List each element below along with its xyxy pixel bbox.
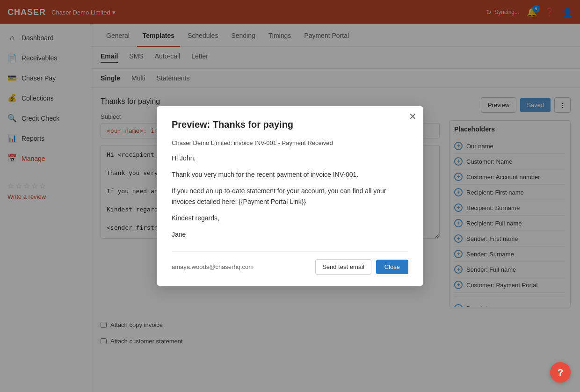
modal-body-line-3: Kindest regards,	[172, 213, 408, 224]
modal-greeting: Hi John,	[172, 153, 408, 164]
modal-close-button[interactable]: ✕	[409, 112, 417, 121]
modal-close-btn[interactable]: Close	[376, 260, 408, 274]
send-test-email-button[interactable]: Send test email	[315, 259, 371, 275]
footer-email: amaya.woods@chaserhq.com	[172, 263, 254, 270]
help-bubble-label: ?	[558, 367, 563, 378]
help-bubble[interactable]: ?	[550, 362, 571, 383]
modal-email-from: Chaser Demo Limited: invoice INV-001 - P…	[172, 139, 408, 146]
modal-title: Preview: Thanks for paying	[172, 119, 408, 130]
modal-body-line-4: Jane	[172, 229, 408, 240]
modal-body-line-2: If you need an up-to-date statement for …	[172, 186, 408, 207]
modal-overlay[interactable]: ✕ Preview: Thanks for paying Chaser Demo…	[0, 0, 580, 392]
modal-body-line-1: Thank you very much for the recent payme…	[172, 169, 408, 180]
modal-body: Hi John, Thank you very much for the rec…	[172, 153, 408, 240]
preview-modal: ✕ Preview: Thanks for paying Chaser Demo…	[157, 106, 423, 286]
modal-footer: amaya.woods@chaserhq.com Send test email…	[172, 251, 408, 275]
